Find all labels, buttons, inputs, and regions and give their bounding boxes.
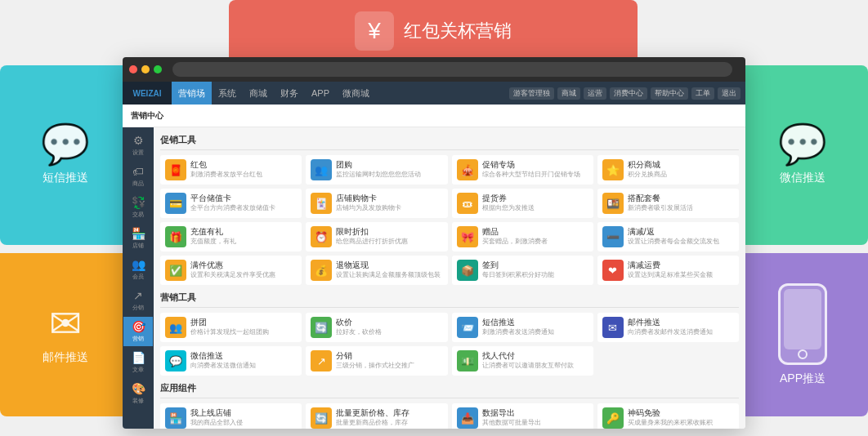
sidebar-item-goods[interactable]: 🏷 商品 [123,162,153,191]
menu-btn-tuichu[interactable]: 退出 [718,87,740,100]
url-bar[interactable] [172,62,732,77]
tool-card[interactable]: ⭐ 积分商城 积分兑换商品 [597,155,739,185]
menu-btn-yunying[interactable]: 运营 [584,87,606,100]
tool-name: 短信推送 [482,317,588,327]
tool-icon: 🎀 [457,226,478,247]
tool-card[interactable]: 🎟 提货券 根据向您为发推送 [452,189,593,218]
tool-desc: 积分兑换商品 [628,171,734,179]
sidebar-item-distribution[interactable]: ↗ 分销 [123,286,153,315]
tool-name: 神码免验 [628,407,734,418]
tool-info: 店铺购物卡 店铺均为及发放购物卡 [336,193,442,212]
tool-name: 数据导出 [482,407,588,418]
minimize-dot[interactable] [141,65,150,73]
tool-desc: 刺激消费者发送消费通知 [482,328,588,336]
right-bottom-label: APP推送 [780,371,825,386]
menu-item-caiwu[interactable]: 财务 [274,82,305,105]
tool-desc: 给您商品进行打折折优惠 [336,238,442,246]
tool-card[interactable]: 📨 短信推送 刺激消费者发送消费通知 [452,313,593,342]
menu-item-xitong[interactable]: 系统 [212,82,243,105]
tool-info: 满件优惠 设置和关税满足发件享受优惠 [190,260,297,279]
tool-card[interactable]: 🔑 神码免验 买成量身来我的来积累收账积 [597,403,739,429]
sidebar-item-decoration[interactable]: 🎨 装修 [123,379,153,408]
menu-item-app[interactable]: APP [305,82,336,105]
section1-grid: 🧧 红包 刺激消费者发放平台红包 👥 团购 监控运输网时划您您您您活动 🎪 促销… [160,155,739,285]
tool-info: 短信推送 刺激消费者发送消费通知 [482,317,588,336]
tool-card[interactable]: 📦 签到 每日签到积累积分好功能 [452,256,593,285]
maximize-dot[interactable] [154,65,162,73]
tool-card[interactable]: ✅ 满件优惠 设置和关税满足发件享受优惠 [160,256,302,285]
tool-info: 满减/返 设置让消费者每会金额交流发包 [628,226,734,246]
close-dot[interactable] [129,65,137,73]
menu-item-yingxiao[interactable]: 营销场 [172,82,212,105]
tool-card[interactable]: 💳 平台储值卡 全平台方向消费者发放储值卡 [160,189,302,218]
sidebar-label-marketing: 营销 [132,335,144,343]
sidebar-item-marketing[interactable]: 🎯 营销 [123,317,153,346]
tool-icon: 🃏 [311,193,332,214]
tool-name: 分销 [336,350,442,361]
tool-icon: 🔄 [311,407,332,429]
tool-card[interactable]: ➖ 满减/返 设置让消费者每会金额交流发包 [597,222,739,251]
tool-info: 批量更新价格、库存 批量更新商品价格，库存 [336,407,442,427]
tool-desc: 刺激消费者发放平台红包 [190,171,297,179]
menu-btn-shangcheng[interactable]: 商城 [557,87,580,100]
tool-card[interactable]: 💰 退物返现 设置让装购满足金额服务额顶级包装 [306,256,447,285]
menu-btn-gongdan[interactable]: 工单 [691,87,714,100]
tool-desc: 买套赠品，刺激消费者 [482,238,588,246]
menu-btn-bangzhu[interactable]: 帮助中心 [651,87,688,100]
tool-card[interactable]: 🃏 店铺购物卡 店铺均为及发放购物卡 [306,189,447,218]
tool-card[interactable]: 💬 微信推送 向消费者发送微信通知 [160,346,302,376]
sidebar-item-trade[interactable]: 💱 交易 [123,193,153,222]
tool-card[interactable]: 📥 数据导出 其他数据可批量导出 [452,403,593,429]
tool-desc: 设置让装购满足金额服务额顶级包装 [336,271,442,279]
tool-card[interactable]: 👥 团购 监控运输网时划您您您您活动 [306,155,447,185]
tool-card[interactable]: 🔄 砍价 拉好友，砍价格 [306,313,447,342]
tool-desc: 设置让消费者每会金额交流发包 [628,238,734,246]
tool-info: 拼团 价格计算发现找一起组团购 [190,317,297,336]
tool-card[interactable]: 🍱 搭配套餐 新消费者吸引发展活活 [597,189,739,218]
tool-info: 充值有礼 充值额度，有礼 [190,226,297,246]
wechat-icon: 💬 [778,125,827,164]
menu-btn-xiaofei[interactable]: 消费中心 [610,87,647,100]
sub-nav-bar: 营销中心 [123,105,745,127]
tool-card[interactable]: 🎀 赠品 买套赠品，刺激消费者 [452,222,593,251]
decoration-icon: 🎨 [132,382,145,395]
tool-desc: 全平台方向消费者发放储值卡 [190,204,297,212]
tool-icon: 🔄 [311,317,332,338]
tool-card[interactable]: ❤ 满减运费 设置达到满足标准某些买金额 [597,256,739,285]
sidebar-item-article[interactable]: 📄 文章 [123,348,153,377]
tool-info: 提货券 根据向您为发推送 [482,193,588,212]
tool-icon: ✉ [602,317,624,338]
tool-desc: 批量更新商品价格，库存 [336,419,442,427]
tool-card[interactable]: ✉ 邮件推送 向消费者发邮件发送消费通知 [597,313,739,342]
menu-item-shangcheng[interactable]: 商城 [243,82,274,105]
menu-btn-guanli[interactable]: 游客管理独 [509,87,554,100]
right-top-panel: 💬 微信推送 [737,65,868,245]
tool-card[interactable]: 👥 拼团 价格计算发现找一起组团购 [160,313,302,342]
store-icon: 🏪 [132,227,145,240]
sidebar-item-member[interactable]: 👥 会员 [123,255,153,284]
menu-item-weishangcheng[interactable]: 微商城 [336,82,376,105]
tool-icon: ✅ [165,260,186,281]
tool-info: 签到 每日签到积累积分好功能 [482,260,588,279]
tool-card[interactable]: 💵 找人代付 让消费者可以邀请朋友互帮付款 [452,346,593,376]
sidebar-label-settings: 设置 [132,149,144,157]
sidebar-item-settings[interactable]: ⚙ 设置 [123,131,153,160]
browser-nav-bar [123,57,745,82]
tool-card[interactable]: 🔄 批量更新价格、库存 批量更新商品价格，库存 [306,403,447,429]
tool-name: 找人代付 [482,350,588,361]
tool-info: 砍价 拉好友，砍价格 [336,317,442,336]
tool-card[interactable]: 🎪 促销专场 综合各种大型节结日开门促销专场 [452,155,593,185]
tool-card[interactable]: 🎁 充值有礼 充值额度，有礼 [160,222,302,251]
sidebar-item-store[interactable]: 🏪 店铺 [123,224,153,253]
tool-card[interactable]: ↗ 分销 三级分销，操作式社交推广 [306,346,447,376]
left-top-label: 短信推送 [43,171,88,185]
tool-info: 分销 三级分销，操作式社交推广 [336,350,442,370]
tool-card[interactable]: 🏪 我上线店铺 我的商品全部入侵 [160,403,302,429]
tool-desc: 其他数据可批量导出 [482,419,588,427]
tool-name: 搭配套餐 [628,193,734,203]
tool-card[interactable]: 🧧 红包 刺激消费者发放平台红包 [160,155,302,185]
email-icon: ✉ [49,305,82,344]
tool-name: 满减运费 [628,260,734,270]
tool-card[interactable]: ⏰ 限时折扣 给您商品进行打折折优惠 [306,222,447,251]
tool-name: 邮件推送 [628,317,734,327]
